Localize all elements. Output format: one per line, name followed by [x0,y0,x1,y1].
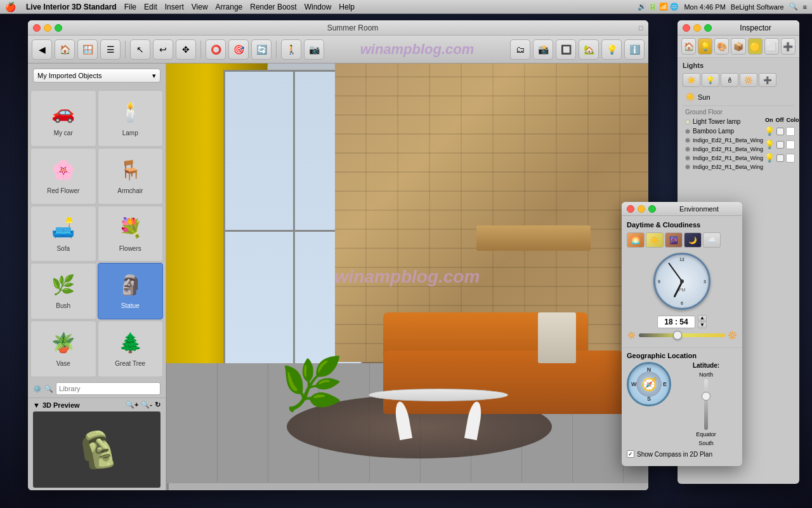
red-flower-label: Red Flower [47,187,79,194]
flowers-label: Flowers [119,245,141,252]
light-color-box-0[interactable] [786,127,795,136]
target-button[interactable]: 🎯 [228,39,249,60]
light-indicator-3 [685,147,690,152]
back-button[interactable]: ◀ [32,39,52,60]
apple-menu[interactable]: 🍎 [5,2,16,12]
env-title: Environment [661,205,737,213]
object-red-flower[interactable]: 🌸 Red Flower [30,148,96,204]
time-step-down[interactable]: ▼ [698,322,707,328]
env-night-btn[interactable]: 🌙 [684,232,702,248]
minimize-button[interactable] [44,24,51,32]
app-name[interactable]: Live Interior 3D Standard [26,3,117,11]
env-maximize[interactable] [648,205,656,213]
menu-file[interactable]: File [124,3,136,11]
latitude-track[interactable] [704,379,708,430]
zoom-in-icon[interactable]: 🔍+ [126,401,138,409]
light-on-checkbox-0[interactable] [776,128,784,135]
object-lamp[interactable]: 🕯️ Lamp [98,90,164,147]
menu-view[interactable]: View [192,3,208,11]
lamp-toolbar-button[interactable]: 💡 [601,39,622,60]
camera2-button[interactable]: 📸 [533,39,553,60]
cursor-button[interactable]: ↖ [130,39,150,60]
floor-button[interactable]: 🔲 [556,39,576,60]
close-button[interactable] [33,24,41,32]
inspector-materials-btn[interactable]: 🎨 [714,38,729,55]
env-dawn-btn[interactable]: 🌅 [627,232,645,248]
3d-view-button[interactable]: 🗂 [510,39,530,60]
inspector-rooms-btn[interactable]: 🏠 [681,38,696,55]
light-color-box-2[interactable] [786,154,795,163]
walls-button[interactable]: 🪟 [77,39,98,60]
light-bulb-icon-1: 💡 [764,140,775,149]
compass[interactable]: N S E W 🧭 [627,362,671,406]
env-day-btn[interactable]: ☀️ [646,232,664,248]
move-button[interactable]: ✥ [176,39,196,60]
inspector-maximize[interactable] [704,24,712,32]
camera-button[interactable]: 📷 [304,39,324,60]
object-bush[interactable]: 🌿 Bush [30,263,96,319]
menu-insert[interactable]: Insert [165,3,184,11]
search-input[interactable] [56,382,160,395]
horizontal-scrollbar[interactable] [166,483,648,490]
inspector-light-btn[interactable]: 💡 [698,38,712,55]
object-armchair[interactable]: 🪑 Armchair [98,148,164,204]
env-dusk-btn[interactable]: 🌆 [665,232,683,248]
objects-dropdown-label: My Imported Objects [37,72,102,79]
light-on-checkbox-1[interactable] [776,141,784,149]
inspector-color2-btn[interactable]: ⬜ [764,38,779,55]
menu-help[interactable]: Help [339,3,355,11]
preview-header[interactable]: ▼ 3D Preview 🔍+ 🔍- ↻ [33,401,160,409]
preview-label: 3D Preview [43,401,80,409]
inspector-add-btn[interactable]: ➕ [781,38,796,55]
rotate-button[interactable]: ↩ [153,39,173,60]
time-field[interactable] [657,316,695,328]
menu-arrange[interactable]: Arrange [216,3,243,11]
show-compass-checkbox[interactable]: ✓ [627,450,634,458]
object-my-car[interactable]: 🚗 My car [30,90,96,147]
lights-toolbar: ☀️ 💡 🕯 🔆 ➕ [683,73,794,87]
objects-dropdown[interactable]: My Imported Objects ▾ [33,69,160,83]
object-vase[interactable]: 🪴 Vase [30,321,96,377]
light-type-4[interactable]: 🔆 [740,73,757,87]
control-strip[interactable]: ≡ [803,3,807,11]
info-button[interactable]: ℹ️ [624,39,645,60]
inspector-titlebar: Inspector [678,20,799,36]
env-cloud-btn[interactable]: ☁️ [703,232,721,248]
light-on-checkbox-2[interactable] [776,154,784,162]
zoom-out-icon[interactable]: 🔍- [141,401,152,409]
menu-window[interactable]: Window [304,3,332,11]
figure-button[interactable]: 🚶 [281,39,301,60]
inspector-color1-btn[interactable]: 🟡 [748,38,763,55]
env-close[interactable] [627,205,634,213]
object-statue[interactable]: 🗿 Statue [98,263,164,319]
rooms-button[interactable]: 🏠 [55,39,75,60]
inspector-close[interactable] [683,24,690,32]
canvas-area[interactable]: 🌿 [166,64,648,490]
inspector-minimize[interactable] [693,24,701,32]
sun-item[interactable]: ☀️ Sun [683,91,794,103]
latitude-thumb[interactable] [702,392,710,401]
light-type-1[interactable]: ☀️ [683,73,700,87]
list-button[interactable]: ☰ [100,39,121,60]
light-color-box-1[interactable] [786,140,795,149]
menu-edit[interactable]: Edit [144,3,157,11]
object-flowers[interactable]: 💐 Flowers [98,206,164,262]
refresh-button[interactable]: 🔄 [251,39,272,60]
object-sofa[interactable]: 🛋️ Sofa [30,206,96,262]
circle-button[interactable]: ⭕ [206,39,226,60]
refresh-preview-icon[interactable]: ↻ [155,401,160,409]
settings-gear-icon[interactable]: ⚙️ [33,385,42,393]
brightness-track[interactable] [639,333,725,337]
search-icon[interactable]: 🔍 [789,3,798,11]
env-minimize[interactable] [638,205,645,213]
maximize-button[interactable] [55,24,62,32]
brightness-thumb[interactable] [673,331,682,340]
light-type-2[interactable]: 💡 [702,73,719,87]
time-step-up[interactable]: ▲ [698,315,707,321]
light-type-5[interactable]: ➕ [759,73,776,87]
menu-render[interactable]: Render Boost [250,3,296,11]
house-button[interactable]: 🏡 [579,39,599,60]
inspector-objects-btn[interactable]: 📦 [731,38,745,55]
object-great-tree[interactable]: 🌲 Great Tree [98,321,164,377]
light-type-3[interactable]: 🕯 [721,73,738,87]
